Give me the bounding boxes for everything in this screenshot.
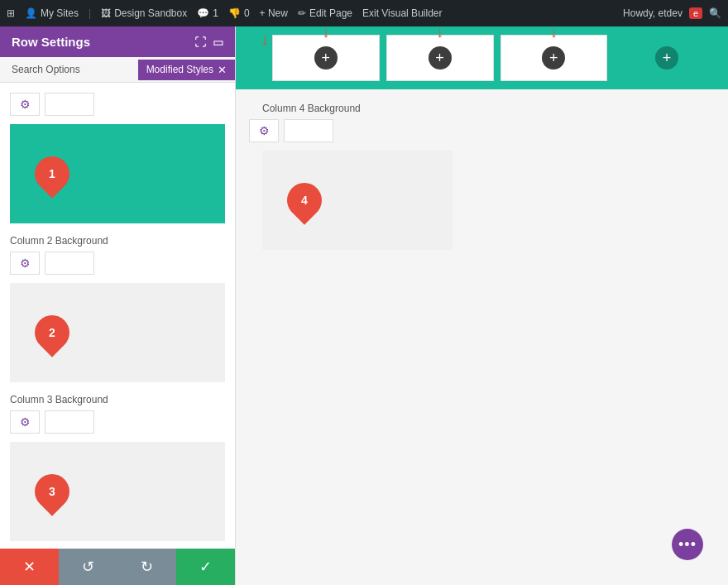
arrow-col1: ↓: [322, 26, 329, 41]
wp-icon[interactable]: ⊞: [7, 7, 15, 19]
column2-color-swatch[interactable]: [45, 252, 94, 275]
floating-action-button[interactable]: •••: [672, 529, 703, 560]
color-wheel-icon: ⚙: [20, 98, 31, 111]
dislike-count[interactable]: 👎 0: [228, 7, 250, 19]
left-panel: Row Settings ⛶ ▭ Search Options Modified…: [0, 26, 236, 585]
column3-label: Column 3 Background: [10, 394, 225, 405]
panel-header: Row Settings ⛶ ▭: [0, 26, 235, 57]
fullscreen-icon[interactable]: ⛶: [194, 36, 206, 49]
new-button[interactable]: + New: [260, 7, 288, 19]
arrow-col3: ↓: [550, 26, 558, 41]
sandbox-icon: 🖼: [101, 7, 111, 19]
search-filter-bar: Search Options Modified Styles ✕: [0, 57, 235, 83]
panel-content: ⚙ 1 Column 2 Background ⚙ 2: [0, 83, 235, 549]
add-col5-button[interactable]: +: [655, 46, 678, 70]
dislike-icon: 👎: [228, 7, 241, 19]
admin-bar-right: Howdy, etdev e 🔍: [623, 7, 721, 19]
column3-builder[interactable]: ↓ +: [500, 35, 608, 81]
arrow-col2: ↓: [436, 26, 443, 41]
column3-color-picker[interactable]: ⚙: [10, 410, 40, 434]
search-options[interactable]: Search Options: [0, 57, 138, 82]
pencil-icon: ✏: [298, 7, 306, 19]
column2-number-badge: 2: [27, 308, 76, 357]
column1-swatch-row: ⚙: [10, 93, 225, 116]
exit-visual-builder-link[interactable]: Exit Visual Builder: [362, 7, 443, 19]
column1-preview: 1: [10, 124, 225, 223]
clear-modified-styles-button[interactable]: ✕: [218, 64, 227, 76]
edit-page-link[interactable]: ✏ Edit Page: [298, 7, 352, 19]
my-sites[interactable]: 👤 My Sites: [25, 7, 79, 19]
column2-builder[interactable]: ↓ +: [386, 35, 494, 81]
dots-icon: •••: [678, 536, 697, 554]
column3-number-badge: 3: [27, 467, 76, 515]
column4-swatch-row: ⚙: [249, 119, 715, 142]
main-layout: Row Settings ⛶ ▭ Search Options Modified…: [0, 26, 728, 585]
undo-button[interactable]: ↺: [59, 549, 117, 585]
column4-section: Column 4 Background ⚙ 4: [236, 89, 728, 263]
add-col3-button[interactable]: +: [542, 46, 565, 70]
redo-button[interactable]: ↻: [117, 549, 176, 585]
search-icon[interactable]: 🔍: [709, 7, 721, 19]
column4-color-swatch[interactable]: [284, 119, 333, 142]
column3-preview: 3: [10, 442, 225, 541]
admin-bar: ⊞ 👤 My Sites | 🖼 Design Sandbox 💬 1 👎 0 …: [0, 0, 728, 26]
user-avatar-badge[interactable]: e: [689, 7, 702, 19]
right-content: ↓ ↓ + ↓ + ↓ +: [236, 26, 728, 585]
column4-number-badge: 4: [280, 175, 328, 224]
column2-preview: 2: [10, 283, 225, 382]
column1-builder[interactable]: ↓ +: [272, 35, 380, 81]
column3-swatch-row: ⚙: [10, 410, 225, 434]
column4-label: Column 4 Background: [249, 103, 715, 114]
column3-color-swatch[interactable]: [45, 410, 94, 434]
column1-color-swatch[interactable]: [45, 93, 94, 116]
column2-color-picker[interactable]: ⚙: [10, 252, 40, 275]
color-wheel-icon2: ⚙: [20, 257, 31, 270]
column1-number-badge: 1: [27, 149, 76, 198]
column4-preview: 4: [262, 151, 453, 250]
panel-footer: ✕ ↺ ↻ ✓: [0, 549, 235, 585]
panel-title: Row Settings: [12, 35, 90, 49]
column4-color-picker[interactable]: ⚙: [249, 119, 279, 142]
sites-icon: 👤: [25, 7, 37, 19]
design-sandbox-link[interactable]: 🖼 Design Sandbox: [101, 7, 187, 19]
add-col1-button[interactable]: +: [314, 46, 338, 70]
column2-swatch-row: ⚙: [10, 252, 225, 275]
comment-count[interactable]: 💬 1: [197, 7, 218, 19]
column2-label: Column 2 Background: [10, 235, 225, 247]
save-button[interactable]: ✓: [176, 549, 235, 585]
color-wheel-icon4: ⚙: [259, 124, 270, 137]
close-panel-icon[interactable]: ▭: [213, 36, 223, 49]
builder-row: ↓ ↓ + ↓ + ↓ +: [236, 26, 728, 89]
add-col2-button[interactable]: +: [429, 46, 452, 70]
howdy-text: Howdy, etdev: [623, 7, 682, 19]
column5-builder[interactable]: +: [614, 35, 720, 81]
column1-color-picker[interactable]: ⚙: [10, 93, 40, 116]
comment-icon: 💬: [197, 7, 209, 19]
arrow-indicator-1: ↓: [261, 30, 269, 49]
panel-header-icons: ⛶ ▭: [194, 36, 223, 49]
color-wheel-icon3: ⚙: [20, 415, 31, 429]
modified-styles-badge[interactable]: Modified Styles ✕: [138, 60, 235, 80]
cancel-button[interactable]: ✕: [0, 549, 59, 585]
